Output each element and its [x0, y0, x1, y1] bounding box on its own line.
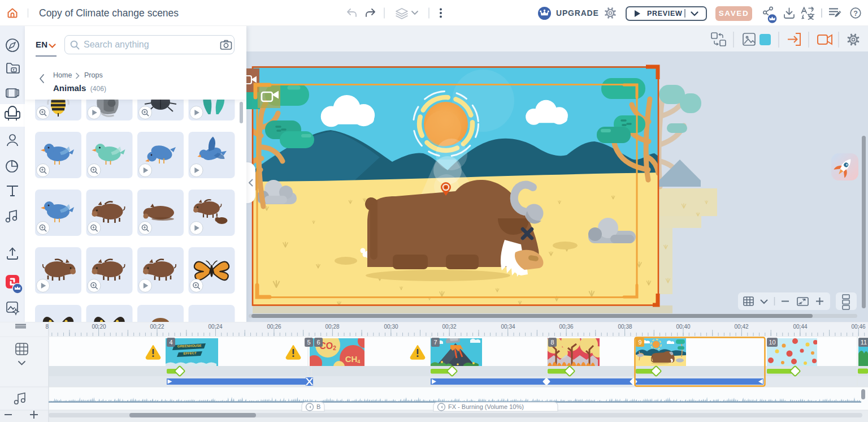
svg-text:00:40: 00:40 — [676, 324, 690, 330]
svg-text:B: B — [316, 403, 320, 410]
svg-text:8: 8 — [45, 324, 49, 330]
svg-text:00:20: 00:20 — [92, 324, 106, 330]
svg-text:?: ? — [853, 10, 858, 18]
svg-text:00:46: 00:46 — [851, 324, 865, 330]
svg-text:7: 7 — [433, 339, 437, 346]
svg-text:00:44: 00:44 — [793, 324, 807, 330]
svg-text:5: 5 — [307, 339, 310, 346]
svg-text:11: 11 — [861, 339, 867, 346]
svg-text:10: 10 — [769, 339, 775, 346]
svg-text:00:22: 00:22 — [150, 324, 164, 330]
svg-text:00:28: 00:28 — [325, 324, 339, 330]
svg-text:00:42: 00:42 — [734, 324, 748, 330]
svg-text:8: 8 — [550, 339, 554, 346]
svg-text:EFFECT: EFFECT — [183, 351, 197, 355]
svg-text:00:32: 00:32 — [442, 324, 456, 330]
svg-text:00:36: 00:36 — [559, 324, 573, 330]
svg-text:00:24: 00:24 — [208, 324, 222, 330]
svg-text:FX - Burning (Volume 10%): FX - Burning (Volume 10%) — [448, 403, 524, 410]
svg-text:9: 9 — [638, 339, 641, 346]
svg-text:00:34: 00:34 — [501, 324, 515, 330]
svg-text:6: 6 — [316, 339, 320, 346]
svg-text:00:38: 00:38 — [618, 324, 632, 330]
svg-text:4: 4 — [169, 339, 172, 346]
svg-text:00:26: 00:26 — [267, 324, 281, 330]
svg-text:00:30: 00:30 — [384, 324, 398, 330]
